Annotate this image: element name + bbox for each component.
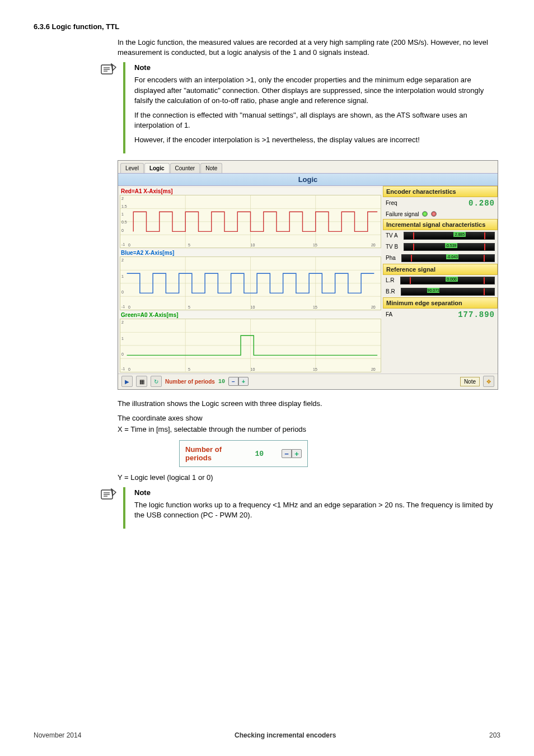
right-panel: Encoder characteristics Freq 0.280 Failu…: [383, 186, 498, 374]
plot-label-a2: Blue=A2 X-Axis[ms]: [120, 249, 381, 256]
caption-4: Y = Logic level (logical 1 or 0): [118, 473, 500, 483]
note-block-2: Note The logic function works up to a fr…: [94, 487, 500, 528]
periods-stepper[interactable]: − +: [228, 377, 249, 386]
intro-text: In the Logic function, the measured valu…: [118, 38, 500, 58]
min-edge-header: Minimum edge separation: [383, 297, 498, 309]
tab-counter[interactable]: Counter: [170, 163, 200, 173]
note-accent-bar: [123, 62, 125, 153]
plot-a0: 210-1 05101520: [120, 319, 381, 372]
tvb-gauge: -0.539: [404, 243, 495, 251]
logic-screenshot: Level Logic Counter Note Logic Red=A1 X-…: [118, 160, 498, 390]
note-text: The logic function works up to a frequen…: [134, 500, 500, 520]
status-dot-red: [431, 211, 437, 217]
tva-gauge: 2.885: [404, 232, 495, 240]
caption-1: The illustration shows the Logic screen …: [118, 399, 500, 409]
plot-a1: 21.510.50-1 05101520: [120, 195, 381, 249]
inc-sig-header: Incremental signal characteristics: [383, 219, 498, 230]
note-text: For encoders with an interpolation >1, o…: [134, 75, 500, 106]
periods-label: Number of periods: [165, 379, 215, 385]
fa-value: 177.890: [458, 310, 495, 319]
tab-logic[interactable]: Logic: [144, 163, 170, 173]
logic-title: Logic: [118, 173, 498, 186]
br-gauge: 90.073: [401, 288, 495, 296]
tab-bar: Level Logic Counter Note: [118, 161, 498, 173]
cursor-button[interactable]: ✥: [483, 376, 494, 387]
page-footer: November 2014 Checking incremental encod…: [34, 731, 500, 739]
note-button[interactable]: Note: [460, 377, 480, 386]
caption-3: X = Time in [ms], selectable through the…: [118, 424, 500, 435]
failure-label: Failure signal: [386, 211, 419, 217]
status-dot-green: [422, 211, 428, 217]
pha-label: Pha: [386, 255, 396, 261]
note-title: Note: [134, 63, 500, 72]
tab-level[interactable]: Level: [120, 163, 144, 173]
plot-label-a1: Red=A1 X-Axis[ms]: [120, 188, 381, 195]
tvb-label: TV B: [386, 244, 398, 250]
periods-value: 10: [218, 379, 225, 385]
caption-2: The coordinate axes show: [118, 413, 500, 423]
play-button[interactable]: ▶: [121, 376, 133, 387]
periods-inset-stepper[interactable]: − +: [282, 449, 302, 458]
plot-a2: 210-1 05101520: [120, 256, 381, 310]
note-accent-bar: [123, 487, 125, 528]
plus-button[interactable]: +: [292, 449, 302, 458]
note-text: However, if the encoder interpolation is…: [134, 135, 500, 145]
refresh-button[interactable]: ↻: [151, 376, 162, 387]
lr-label: L.R: [386, 277, 395, 283]
tool-button-1[interactable]: ▦: [136, 376, 147, 387]
note-block-1: Note For encoders with an interpolation …: [94, 62, 500, 153]
minus-button[interactable]: −: [228, 377, 238, 386]
pha-gauge: -0.043: [401, 254, 495, 262]
footer-page: 203: [489, 731, 500, 739]
note-icon: [101, 63, 116, 77]
plus-button[interactable]: +: [238, 377, 249, 386]
tva-label: TV A: [386, 232, 398, 239]
note-icon: [101, 488, 116, 502]
minus-button[interactable]: −: [282, 449, 292, 458]
note-title: Note: [134, 488, 500, 497]
tab-note[interactable]: Note: [200, 163, 222, 173]
periods-inset-label: Number of periods: [185, 445, 246, 462]
fa-label: FA: [386, 311, 392, 318]
ref-sig-header: Reference signal: [383, 264, 498, 275]
periods-inset: Number of periods 10 − +: [179, 440, 308, 467]
encoder-char-header: Encoder characteristics: [383, 186, 498, 197]
footer-date: November 2014: [34, 731, 81, 739]
br-label: B.R: [386, 288, 395, 295]
periods-inset-value: 10: [255, 450, 264, 458]
freq-label: Freq: [386, 200, 397, 206]
footer-title: Checking incremental encoders: [235, 731, 336, 739]
plot-label-a0: Green=A0 X-Axis[ms]: [120, 311, 381, 319]
section-heading: 6.3.6 Logic function, TTL: [34, 22, 500, 31]
note-text: If the connection is effected with "manu…: [134, 110, 500, 130]
lr-gauge: 0.000: [400, 277, 495, 284]
freq-value: 0.280: [469, 199, 495, 208]
